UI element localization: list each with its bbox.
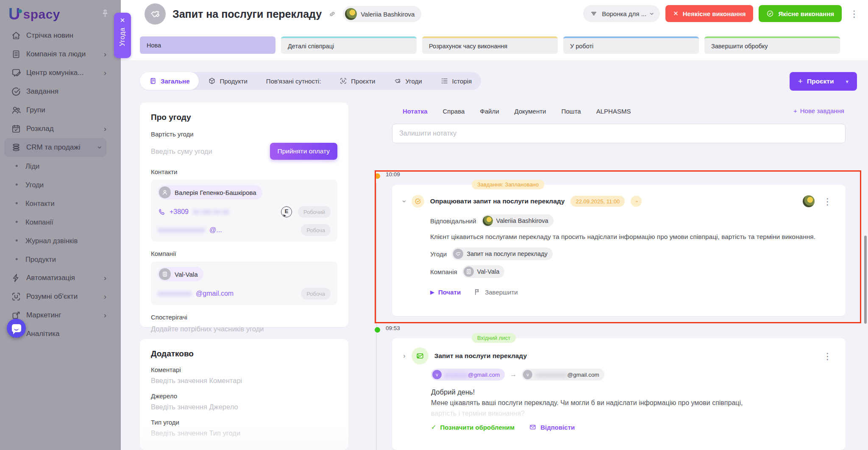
arrow-right-icon: → [510,371,517,378]
email-masked: xxxxxxxxxxxxxx [158,226,205,234]
close-icon[interactable]: ✕ [120,17,125,24]
tab-history[interactable]: Історія [431,72,481,90]
responsible-name: Valeriia Bashkirova [496,217,548,224]
activity-tab-files[interactable]: Файли [480,108,499,115]
tab-label: Загальне [161,78,189,85]
messenger-icon[interactable]: E [281,206,292,217]
task-company-label: Компанія [430,268,457,275]
field-input-comments[interactable]: Введіть значення Коментарі [151,377,337,385]
stage-finish-processing[interactable]: Завершити обробку [704,36,840,54]
success-execution-button[interactable]: Якісне виконання [759,5,842,22]
success-button-label: Якісне виконання [778,10,834,17]
deal-tab-label: Угода [119,28,126,46]
stage-cooperation-details[interactable]: Деталі співпраці [281,36,417,54]
topbar: Запит на послуги перекладу Valeriia Bash… [121,0,868,60]
field-input-deal-type[interactable]: Введіть значення Тип угоди [151,429,337,437]
activity-tab-alphasms[interactable]: ALPHASMS [596,108,631,115]
task-assignee-avatar [803,195,815,207]
stage-in-progress[interactable]: У роботі [563,36,699,54]
task-title[interactable]: Опрацювати запит на послуги перекладу [430,197,565,205]
building-icon [465,268,472,275]
from-masked: xxxxxxxx [445,372,468,378]
stage-label: Нова [147,42,161,49]
deal-avatar [145,3,166,25]
plus-icon: + [798,77,803,86]
task-company-chip[interactable]: Val-Vala [462,265,505,278]
activity-tab-note[interactable]: Нотатка [403,108,428,115]
smart-object-icon [339,77,347,85]
email-body: Мене цікавлять ваші послуги перекладу. Ч… [431,399,835,407]
collapse-up-button[interactable]: › [631,196,642,207]
contact-email-link[interactable]: xxxxxxxxxxxxxx@... [158,226,222,234]
deal-avatar [453,249,463,259]
contact-chip[interactable]: Валерія Гепенко-Башкірова [158,185,262,200]
responsible-chip[interactable]: Valeriia Bashkirova [481,214,554,227]
company-avatar [159,268,171,280]
check-icon: ✓ [431,423,437,431]
handshake-icon [149,8,161,20]
activity-tab-mail[interactable]: Пошта [562,108,581,115]
stage-time-estimation[interactable]: Розрахунок часу виконання [422,36,558,54]
stage-label: Деталі співпраці [288,43,334,50]
amount-input[interactable]: Введіть суму угоди [151,147,212,156]
pin-icon[interactable] [100,8,110,19]
finish-label: Завершити [485,289,518,296]
fail-button-label: Неякісне виконання [683,10,746,17]
field-label-deal-type: Тип угоди [151,419,337,426]
accept-payment-label: Прийняти оплату [278,147,330,155]
company-email-link[interactable]: xxxxxxxxxx@gmail.com [158,290,234,297]
contact-phone-link[interactable]: +3809xx xxx xx xx [158,208,229,216]
tab-projects[interactable]: Проєкти [330,72,384,90]
email-to-chip[interactable]: v xxxxxxxxxxx@gmail.com [522,369,604,381]
email-title[interactable]: Запит на послуги перекладу [434,352,527,360]
recipient-avatar: v [523,370,532,379]
expand-chevron-icon[interactable]: › [403,352,406,360]
about-deal-title: Про угоду [151,113,337,122]
email-menu-icon[interactable]: ⋮ [821,350,835,362]
task-menu-icon[interactable]: ⋮ [821,195,835,208]
tab-related-entities[interactable]: Пов'язані сутності: [257,72,330,90]
activity-tab-documents[interactable]: Документи [515,108,546,115]
more-menu-icon[interactable]: ⋮ [847,8,861,20]
task-status-badge: Завдання: Заплановано [472,180,544,189]
new-task-button[interactable]: + Нове завдання [793,107,844,114]
sender-avatar: v [432,370,442,379]
task-check-icon [412,195,424,208]
person-icon [161,189,168,196]
finish-task-button[interactable]: Завершити [473,288,518,296]
company-box: Val-Vala xxxxxxxxxx@gmail.com Робоча [151,261,337,305]
funnel-selector[interactable]: Воронка для ... › [583,5,660,22]
amount-label: Вартість угоди [151,131,337,138]
email-type-badge: Робоча [301,224,331,236]
contact-box: Валерія Гепенко-Башкірова +3809xx xxx xx… [151,180,337,242]
support-chat-widget-button[interactable] [7,319,26,338]
collapse-chevron-icon[interactable]: › [400,200,409,203]
reply-button[interactable]: Відповісти [529,423,575,431]
note-input[interactable] [392,124,846,143]
activity-tab-case[interactable]: Справа [443,108,465,115]
tab-products[interactable]: Продукти [199,72,256,90]
fail-execution-button[interactable]: ✕ Неякісне виконання [665,5,753,22]
stage-label: Завершити обробку [711,43,768,50]
mark-processed-button[interactable]: ✓ Позначити обробленим [431,423,515,431]
field-input-source[interactable]: Введіть значення Джерело [151,403,337,411]
add-project-button[interactable]: + Проєкти ▾ [790,72,857,91]
start-task-button[interactable]: ▶ Почати [430,289,461,296]
company-chip[interactable]: Val-Vala [158,267,203,281]
page-title: Запит на послуги перекладу [172,8,322,20]
scrollbar-thumb[interactable] [864,236,867,324]
deal-slideover-tab[interactable]: ✕ Угода [114,13,131,58]
tab-general[interactable]: Загальне [140,72,199,90]
owner-chip[interactable]: Valeriia Bashkirova [343,6,421,22]
additional-card: Додатково Коментарі Введіть значення Ком… [140,339,348,450]
filter-icon [590,10,598,17]
stage-new[interactable]: Нова [140,36,275,54]
task-deal-chip[interactable]: Запит на послуги перекладу [452,247,553,260]
accept-payment-button[interactable]: Прийняти оплату [270,143,337,160]
email-from-chip[interactable]: v xxxxxxxx@gmail.com [431,369,505,381]
observers-input[interactable]: Додайте потрібних учасників угоди [151,325,337,333]
timeline-dot-email [375,327,380,333]
link-icon[interactable] [328,10,336,18]
task-deal-ref: Запит на послуги перекладу [467,250,548,257]
tab-deals[interactable]: Угоди [384,72,431,90]
